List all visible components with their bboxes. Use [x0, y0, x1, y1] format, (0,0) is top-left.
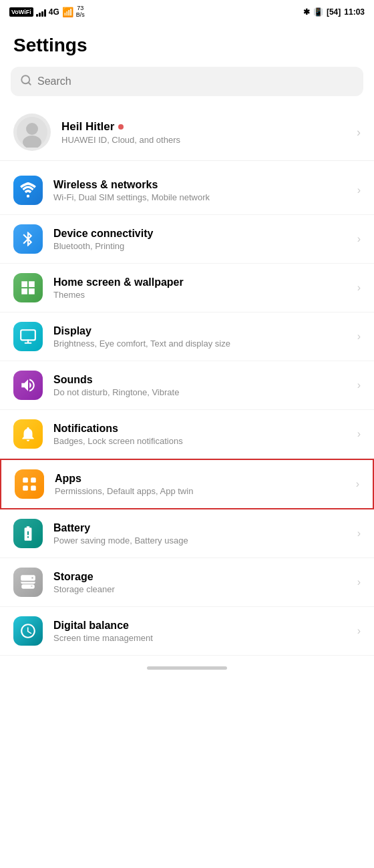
wireless-icon [13, 176, 43, 205]
notifications-chevron-icon: › [357, 428, 361, 440]
search-bar[interactable] [11, 67, 363, 96]
display-subtitle: Brightness, Eye comfort, Text and displa… [53, 339, 352, 349]
homescreen-text: Home screen & wallpaper Themes [53, 276, 352, 300]
settings-list: Wireless & networks Wi-Fi, Dual SIM sett… [0, 166, 374, 656]
homescreen-subtitle: Themes [53, 290, 352, 300]
display-chevron-icon: › [357, 331, 361, 343]
settings-item-display[interactable]: Display Brightness, Eye comfort, Text an… [0, 312, 374, 361]
digitalbalance-title: Digital balance [53, 620, 352, 632]
settings-item-battery[interactable]: Battery Power saving mode, Battery usage… [0, 509, 374, 558]
home-indicator [0, 656, 374, 683]
svg-line-1 [28, 82, 30, 84]
display-title: Display [53, 325, 352, 337]
home-bar [147, 666, 227, 670]
sounds-chevron-icon: › [357, 379, 361, 391]
avatar [13, 114, 51, 151]
wireless-subtitle: Wi-Fi, Dual SIM settings, Mobile network [53, 192, 352, 202]
status-left: VoWiFi 4G 📶 73B/s [9, 5, 85, 19]
profile-section[interactable]: Heil Hitler HUAWEI ID, Cloud, and others… [0, 104, 374, 161]
profile-chevron-icon: › [357, 126, 361, 140]
connectivity-subtitle: Bluetooth, Printing [53, 241, 352, 251]
svg-rect-5 [21, 330, 35, 340]
notifications-subtitle: Badges, Lock screen notifications [53, 436, 352, 446]
connectivity-icon [13, 224, 43, 254]
apps-title: Apps [55, 473, 351, 485]
homescreen-icon [13, 273, 43, 302]
connectivity-chevron-icon: › [357, 233, 361, 245]
sounds-text: Sounds Do not disturb, Ringtone, Vibrate [53, 374, 352, 397]
display-text: Display Brightness, Eye comfort, Text an… [53, 325, 352, 349]
bluetooth-icon: ✱ [303, 7, 310, 17]
battery-indicator: [54] [327, 7, 341, 17]
network-type: 4G [49, 7, 59, 17]
connectivity-text: Device connectivity Bluetooth, Printing [53, 228, 352, 251]
storage-subtitle: Storage cleaner [53, 584, 352, 594]
settings-item-sounds[interactable]: Sounds Do not disturb, Ringtone, Vibrate… [0, 361, 374, 410]
wireless-title: Wireless & networks [53, 179, 352, 191]
status-right: ✱ 📳 [54] 11:03 [303, 7, 365, 17]
sounds-title: Sounds [53, 374, 352, 386]
settings-item-digitalbalance[interactable]: Digital balance Screen time management › [0, 607, 374, 656]
svg-point-3 [26, 123, 38, 135]
wireless-text: Wireless & networks Wi-Fi, Dual SIM sett… [53, 179, 352, 202]
notifications-title: Notifications [53, 423, 352, 435]
network-speed: 73B/s [76, 5, 85, 19]
notifications-text: Notifications Badges, Lock screen notifi… [53, 423, 352, 446]
homescreen-chevron-icon: › [357, 282, 361, 294]
homescreen-title: Home screen & wallpaper [53, 276, 352, 288]
battery-title: Battery [53, 522, 352, 534]
settings-item-notifications[interactable]: Notifications Badges, Lock screen notifi… [0, 410, 374, 459]
storage-text: Storage Storage cleaner [53, 571, 352, 594]
vowifi-indicator: VoWiFi [9, 7, 33, 17]
apps-chevron-icon: › [356, 478, 359, 490]
storage-icon [13, 568, 43, 597]
digitalbalance-subtitle: Screen time management [53, 633, 352, 643]
online-status-dot [118, 124, 124, 130]
svg-rect-8 [23, 485, 28, 491]
sounds-icon [13, 371, 43, 400]
settings-item-connectivity[interactable]: Device connectivity Bluetooth, Printing … [0, 215, 374, 264]
settings-item-wireless[interactable]: Wireless & networks Wi-Fi, Dual SIM sett… [0, 166, 374, 215]
signal-bars [36, 7, 46, 17]
profile-subtitle: HUAWEI ID, Cloud, and others [61, 135, 346, 145]
battery-chevron-icon: › [357, 527, 361, 539]
digitalbalance-icon [13, 616, 43, 646]
search-input[interactable] [37, 75, 354, 87]
settings-item-homescreen[interactable]: Home screen & wallpaper Themes › [0, 264, 374, 312]
battery-text: Battery Power saving mode, Battery usage [53, 522, 352, 546]
clock: 11:03 [344, 7, 365, 17]
wifi-icon: 📶 [62, 7, 73, 17]
avatar-icon [17, 117, 47, 148]
apps-icon [15, 469, 44, 499]
notifications-icon [13, 419, 43, 449]
display-icon [13, 322, 43, 351]
apps-subtitle: Permissions, Default apps, App twin [55, 486, 351, 496]
settings-item-storage[interactable]: Storage Storage cleaner › [0, 558, 374, 607]
settings-item-apps[interactable]: Apps Permissions, Default apps, App twin… [0, 459, 374, 509]
profile-name: Heil Hitler [61, 120, 346, 134]
status-bar: VoWiFi 4G 📶 73B/s ✱ 📳 [54] 11:03 [0, 0, 374, 24]
search-icon [20, 74, 32, 89]
digitalbalance-text: Digital balance Screen time management [53, 620, 352, 643]
svg-rect-9 [31, 485, 36, 491]
battery-subtitle: Power saving mode, Battery usage [53, 535, 352, 546]
svg-rect-6 [23, 477, 28, 483]
wireless-chevron-icon: › [357, 184, 361, 196]
apps-text: Apps Permissions, Default apps, App twin [55, 473, 351, 496]
svg-rect-7 [31, 477, 36, 483]
digitalbalance-chevron-icon: › [357, 625, 361, 637]
storage-title: Storage [53, 571, 352, 583]
page-title: Settings [0, 24, 374, 61]
vibrate-icon: 📳 [313, 7, 323, 17]
battery-icon [13, 519, 43, 548]
sounds-subtitle: Do not disturb, Ringtone, Vibrate [53, 387, 352, 397]
connectivity-title: Device connectivity [53, 228, 352, 240]
profile-info: Heil Hitler HUAWEI ID, Cloud, and others [61, 120, 346, 145]
storage-chevron-icon: › [357, 576, 361, 588]
